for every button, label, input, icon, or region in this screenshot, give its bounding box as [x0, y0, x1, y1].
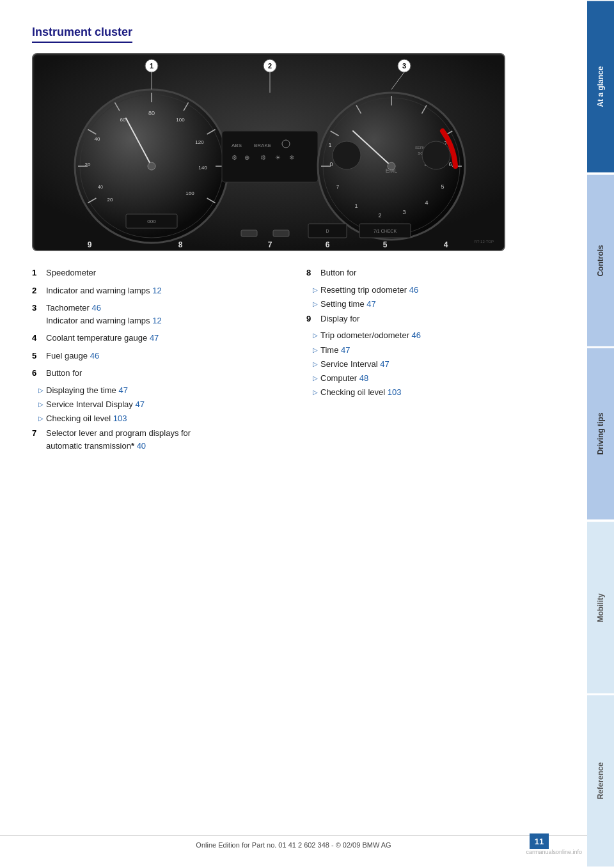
desc-item-2: 2 Indicator and warning lamps 12	[32, 284, 281, 297]
svg-text:160: 160	[185, 190, 194, 196]
svg-text:100: 100	[176, 117, 185, 123]
page-number: 11	[530, 833, 549, 849]
arrow-icon: ▷	[38, 414, 43, 423]
svg-text:80: 80	[148, 110, 155, 116]
sidebar: At a glance Controls Driving tips Mobili…	[587, 0, 614, 868]
desc-col-left: 1 Speedometer 2 Indicator and warning la…	[32, 267, 281, 457]
desc-item-9: 9 Display for	[306, 313, 555, 325]
svg-text:40: 40	[95, 136, 100, 142]
svg-text:20: 20	[85, 162, 91, 167]
svg-text:⊕: ⊕	[244, 154, 249, 161]
svg-rect-38	[273, 230, 289, 236]
svg-text:4: 4	[425, 199, 428, 206]
svg-text:1: 1	[150, 62, 154, 70]
description-container: 1 Speedometer 2 Indicator and warning la…	[32, 267, 555, 457]
desc-item-4: 4 Coolant temperature gauge 47	[32, 332, 281, 345]
svg-text:D: D	[326, 229, 329, 233]
instrument-cluster-image: 80 60 40 20 100 120 140 160 20 40 km/h 0…	[32, 53, 505, 251]
svg-point-65	[422, 141, 450, 169]
svg-text:❄: ❄	[289, 154, 294, 161]
svg-text:3: 3	[402, 209, 405, 215]
svg-text:40: 40	[98, 185, 103, 189]
svg-text:0: 0	[329, 161, 333, 167]
svg-text:9: 9	[88, 240, 92, 249]
arrow-icon: ▷	[313, 360, 318, 369]
desc-item-3: 3 Tachometer 46 Indicator and warning la…	[32, 302, 281, 327]
desc-subitem-9-4: ▷ Computer 48	[313, 373, 555, 384]
desc-subitem-6-1: ▷ Displaying the time 47	[38, 385, 281, 396]
arrow-icon: ▷	[313, 388, 318, 397]
svg-text:4: 4	[444, 240, 448, 249]
arrow-icon: ▷	[38, 400, 43, 409]
arrow-icon: ▷	[313, 286, 318, 295]
svg-text:60: 60	[120, 117, 126, 123]
desc-subitem-8-1: ▷ Resetting trip odometer 46	[313, 284, 555, 296]
arrow-icon: ▷	[313, 300, 318, 309]
desc-subitem-9-2: ▷ Time 47	[313, 345, 555, 356]
desc-subitem-9-1: ▷ Trip odometer/odometer 46	[313, 330, 555, 341]
desc-subitem-6-3: ▷ Checking oil level 103	[38, 413, 281, 424]
svg-text:6: 6	[448, 161, 452, 167]
arrow-icon: ▷	[38, 386, 43, 395]
sidebar-tab-mobility[interactable]: Mobility	[587, 522, 614, 694]
svg-text:1: 1	[328, 142, 331, 148]
desc-subitem-9-5: ▷ Checking oil level 103	[313, 387, 555, 398]
svg-point-64	[333, 141, 361, 169]
svg-point-25	[148, 162, 155, 170]
sidebar-tab-reference[interactable]: Reference	[587, 695, 614, 867]
desc-item-1: 1 Speedometer	[32, 267, 281, 279]
desc-item-8: 8 Button for	[306, 267, 555, 279]
svg-text:2: 2	[268, 62, 272, 70]
arrow-icon: ▷	[313, 346, 318, 355]
arrow-icon: ▷	[313, 331, 318, 340]
svg-text:7/1 CHECK: 7/1 CHECK	[374, 229, 397, 233]
svg-text:7: 7	[268, 240, 272, 249]
arrow-icon: ▷	[313, 374, 318, 383]
logo-watermark: carmanualsonline.info	[526, 849, 582, 855]
svg-text:7: 7	[336, 184, 340, 190]
svg-text:⚙: ⚙	[260, 154, 266, 161]
svg-text:RT-12-TOP: RT-12-TOP	[475, 240, 494, 244]
footer-text: Online Edition for Part no. 01 41 2 602 …	[196, 841, 391, 849]
sidebar-tab-controls[interactable]: Controls	[587, 175, 614, 346]
sidebar-tab-driving-tips[interactable]: Driving tips	[587, 348, 614, 520]
svg-text:5: 5	[383, 240, 388, 249]
svg-text:000: 000	[147, 219, 156, 224]
svg-text:⚙: ⚙	[232, 154, 237, 161]
svg-text:1: 1	[354, 203, 358, 209]
svg-text:ABS: ABS	[232, 143, 242, 148]
svg-text:20: 20	[107, 197, 113, 203]
svg-text:2: 2	[378, 212, 381, 219]
svg-text:BRAKE: BRAKE	[254, 143, 271, 148]
svg-text:140: 140	[198, 165, 207, 171]
desc-subitem-9-3: ▷ Service Interval 47	[313, 359, 555, 370]
desc-subitem-8-2: ▷ Setting time 47	[313, 298, 555, 310]
svg-text:☀: ☀	[275, 154, 281, 161]
svg-rect-37	[241, 230, 257, 236]
desc-subitem-6-2: ▷ Service Interval Display 47	[38, 399, 281, 410]
section-title: Instrument cluster	[32, 26, 132, 43]
svg-point-63	[388, 162, 395, 170]
svg-text:120: 120	[195, 139, 204, 145]
desc-item-6: 6 Button for	[32, 367, 281, 380]
footer: Online Edition for Part no. 01 41 2 602 …	[0, 835, 587, 849]
main-content: Instrument cluster	[0, 0, 587, 868]
sidebar-tab-at-a-glance[interactable]: At a glance	[587, 1, 614, 173]
desc-item-5: 5 Fuel gauge 46	[32, 350, 281, 362]
desc-col-right: 8 Button for ▷ Resetting trip odometer 4…	[306, 267, 555, 457]
svg-text:8: 8	[178, 240, 183, 249]
svg-text:6: 6	[326, 240, 330, 249]
svg-text:3: 3	[402, 62, 406, 70]
svg-text:5: 5	[441, 183, 444, 190]
desc-item-7: 7 Selector lever and program displays fo…	[32, 427, 281, 452]
